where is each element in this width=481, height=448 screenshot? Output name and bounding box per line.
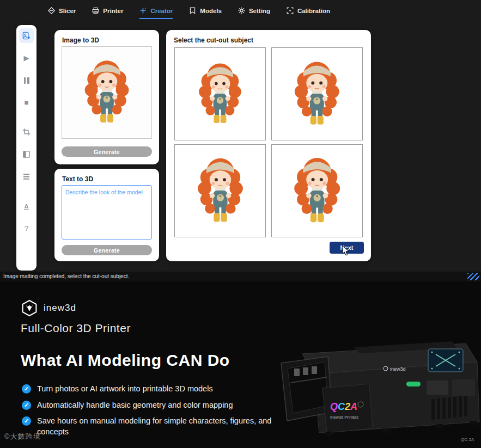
help-button[interactable]: ? <box>19 221 34 236</box>
source-image-preview <box>62 46 152 139</box>
tab-printer[interactable]: Printer <box>92 7 123 19</box>
cutout-option-4[interactable] <box>271 144 363 237</box>
panel-icon <box>22 150 31 158</box>
next-button[interactable]: Next <box>330 242 364 254</box>
tab-label: Printer <box>103 8 123 14</box>
list-item: ✓ Save hours on manual modeling for simp… <box>22 416 282 437</box>
cutout-option-2[interactable] <box>271 47 363 140</box>
generate-text-button[interactable]: Generate <box>62 245 152 255</box>
brand-name: inew3d <box>44 303 76 314</box>
tab-slicer[interactable]: Slicer <box>48 7 76 19</box>
tab-creator[interactable]: Creator <box>139 7 173 19</box>
promo-headline: What AI Modeling CAN Do <box>21 351 230 370</box>
feature-text: Automatically handle basic geometry and … <box>37 400 233 411</box>
cutout-options-grid <box>174 47 363 237</box>
feature-list: ✓ Turn photos or AI artwork into printab… <box>22 384 282 437</box>
check-icon: ✓ <box>22 384 31 394</box>
cutout-option-1[interactable] <box>174 47 266 140</box>
pause-icon <box>24 77 29 84</box>
feature-text: Save hours on manual modeling for simple… <box>37 416 282 437</box>
models-icon <box>189 7 196 14</box>
import-image-icon <box>22 32 31 40</box>
panel-title: Text to 3D <box>62 175 151 183</box>
tab-calibration[interactable]: Calibration <box>287 7 330 19</box>
printer-brand-label: inew3d <box>390 366 406 372</box>
stop-button[interactable]: ■ <box>19 95 34 110</box>
crop-icon <box>22 128 31 136</box>
brand-row: inew3d <box>21 299 76 317</box>
printer-art-letter: 2 <box>344 401 350 412</box>
tab-label: Models <box>200 8 222 14</box>
text-to-3d-panel: Text to 3D Generate <box>54 169 159 261</box>
printer-art-letter: A <box>350 401 357 412</box>
panel-title: Select the cut-out subject <box>174 36 363 44</box>
image-to-3d-panel: Image to 3D Generate <box>54 30 159 164</box>
svg-text:QC2A: QC2A <box>330 401 357 412</box>
list-item: ✓ Turn photos or AI artwork into printab… <box>22 384 282 395</box>
tab-label: Calibration <box>297 8 330 14</box>
check-icon: ✓ <box>22 401 31 410</box>
generate-image-button[interactable]: Generate <box>62 146 152 157</box>
app-window: Slicer Printer Creator Models Setting Ca… <box>0 0 481 281</box>
queue-button[interactable] <box>19 169 34 184</box>
tab-models[interactable]: Models <box>189 7 222 19</box>
list-item: ✓ Automatically handle basic geometry an… <box>22 400 282 411</box>
resize-handle[interactable] <box>467 273 479 280</box>
play-icon: ▶ <box>24 54 29 62</box>
cutout-option-3[interactable] <box>174 144 266 237</box>
slicer-icon <box>48 7 55 14</box>
play-button[interactable]: ▶ <box>19 51 34 65</box>
printer-icon <box>92 7 99 14</box>
tab-label: Slicer <box>59 8 76 14</box>
pause-button[interactable] <box>19 73 34 88</box>
promo-subtitle: Full-Color 3D Printer <box>21 322 131 335</box>
stop-icon: ■ <box>25 99 29 107</box>
crop-button[interactable] <box>19 125 34 139</box>
panel-title: Image to 3D <box>62 36 151 44</box>
calibration-icon <box>287 7 294 14</box>
queue-icon <box>22 173 31 181</box>
translate-icon: A <box>25 203 29 210</box>
tab-label: Setting <box>249 8 270 14</box>
import-image-button[interactable] <box>19 28 34 43</box>
status-bar: Image matting completed, select the cut-… <box>0 272 481 281</box>
page: Slicer Printer Creator Models Setting Ca… <box>0 0 481 448</box>
check-icon: ✓ <box>22 416 31 426</box>
tab-setting[interactable]: Setting <box>238 7 270 19</box>
top-nav: Slicer Printer Creator Models Setting Ca… <box>48 7 330 19</box>
printer-art-letter: Q <box>330 401 338 412</box>
cutout-panel: Select the cut-out subject <box>166 30 371 261</box>
translate-button[interactable]: A <box>19 199 34 213</box>
printer-model-code: QC-2A <box>461 437 474 442</box>
printer-illustration: inew3d QC2A Inew3d Printers <box>272 329 481 445</box>
promo-section: inew3d Full-Color 3D Printer What AI Mod… <box>0 281 481 448</box>
setting-icon <box>238 7 245 14</box>
tool-sidebar: ▶ ■ A ? <box>16 25 36 271</box>
feature-text: Turn photos or AI artwork into printable… <box>37 384 213 395</box>
printer-art-letter: C <box>338 401 345 412</box>
model-description-input[interactable] <box>62 185 152 240</box>
tab-label: Creator <box>150 8 173 14</box>
creator-icon <box>139 7 147 14</box>
help-icon: ? <box>25 224 28 232</box>
panel-button[interactable] <box>19 147 34 162</box>
printer-caption: Inew3d Printers <box>330 415 358 420</box>
inew3d-logo-icon <box>21 299 38 317</box>
watermark: ©大數跨境 <box>4 432 41 441</box>
